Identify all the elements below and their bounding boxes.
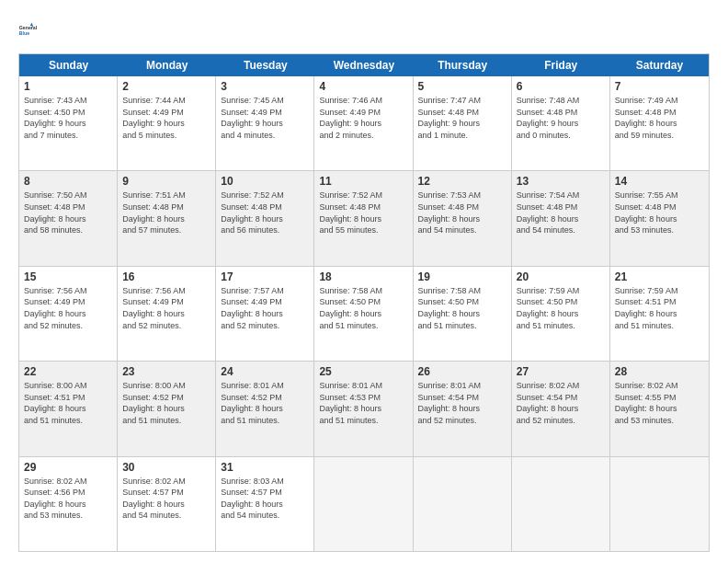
day-cell: 3Sunrise: 7:45 AM Sunset: 4:49 PM Daylig… bbox=[216, 76, 314, 170]
day-number: 20 bbox=[517, 270, 605, 283]
day-cell: 16Sunrise: 7:56 AM Sunset: 4:49 PM Dayli… bbox=[118, 267, 216, 361]
day-cell: 23Sunrise: 8:00 AM Sunset: 4:52 PM Dayli… bbox=[118, 362, 216, 455]
day-cell: 12Sunrise: 7:53 AM Sunset: 4:48 PM Dayli… bbox=[414, 171, 512, 265]
day-cell: 8Sunrise: 7:50 AM Sunset: 4:48 PM Daylig… bbox=[19, 171, 118, 265]
calendar-week-row: 8Sunrise: 7:50 AM Sunset: 4:48 PM Daylig… bbox=[19, 171, 709, 266]
day-number: 30 bbox=[122, 461, 210, 474]
calendar: SundayMondayTuesdayWednesdayThursdayFrid… bbox=[18, 53, 710, 552]
day-cell: 26Sunrise: 8:01 AM Sunset: 4:54 PM Dayli… bbox=[414, 362, 512, 455]
day-info: Sunrise: 7:59 AM Sunset: 4:51 PM Dayligh… bbox=[615, 285, 704, 331]
day-number: 1 bbox=[24, 80, 112, 93]
day-number: 3 bbox=[221, 80, 309, 93]
svg-marker-2 bbox=[30, 23, 33, 26]
weekday-header: Monday bbox=[118, 54, 216, 76]
day-cell: 25Sunrise: 8:01 AM Sunset: 4:53 PM Dayli… bbox=[314, 362, 413, 455]
day-number: 6 bbox=[517, 80, 605, 93]
empty-cell bbox=[512, 457, 610, 551]
day-cell: 1Sunrise: 7:43 AM Sunset: 4:50 PM Daylig… bbox=[19, 76, 118, 170]
weekday-header: Thursday bbox=[414, 54, 512, 76]
calendar-body: 1Sunrise: 7:43 AM Sunset: 4:50 PM Daylig… bbox=[19, 76, 709, 551]
day-number: 9 bbox=[122, 175, 210, 188]
svg-text:Blue: Blue bbox=[19, 30, 29, 36]
day-info: Sunrise: 8:02 AM Sunset: 4:56 PM Dayligh… bbox=[24, 476, 112, 522]
day-info: Sunrise: 7:48 AM Sunset: 4:48 PM Dayligh… bbox=[517, 95, 605, 141]
day-cell: 17Sunrise: 7:57 AM Sunset: 4:49 PM Dayli… bbox=[216, 267, 314, 361]
logo-icon: General Blue bbox=[18, 15, 48, 44]
weekday-header: Sunday bbox=[19, 54, 118, 76]
day-cell: 5Sunrise: 7:47 AM Sunset: 4:48 PM Daylig… bbox=[414, 76, 512, 170]
day-info: Sunrise: 7:52 AM Sunset: 4:48 PM Dayligh… bbox=[221, 190, 309, 236]
calendar-week-row: 22Sunrise: 8:00 AM Sunset: 4:51 PM Dayli… bbox=[19, 362, 709, 456]
day-info: Sunrise: 8:00 AM Sunset: 4:51 PM Dayligh… bbox=[24, 380, 112, 426]
day-info: Sunrise: 7:46 AM Sunset: 4:49 PM Dayligh… bbox=[319, 95, 407, 141]
header: General Blue bbox=[18, 15, 710, 44]
day-number: 14 bbox=[615, 175, 704, 188]
day-number: 25 bbox=[319, 365, 407, 378]
day-info: Sunrise: 7:53 AM Sunset: 4:48 PM Dayligh… bbox=[418, 190, 506, 236]
day-info: Sunrise: 7:47 AM Sunset: 4:48 PM Dayligh… bbox=[418, 95, 506, 141]
day-info: Sunrise: 8:01 AM Sunset: 4:53 PM Dayligh… bbox=[319, 380, 407, 426]
page: General Blue SundayMondayTuesdayWednesda… bbox=[0, 0, 728, 563]
day-info: Sunrise: 8:01 AM Sunset: 4:54 PM Dayligh… bbox=[418, 380, 506, 426]
day-cell: 6Sunrise: 7:48 AM Sunset: 4:48 PM Daylig… bbox=[512, 76, 610, 170]
day-info: Sunrise: 7:45 AM Sunset: 4:49 PM Dayligh… bbox=[221, 95, 309, 141]
day-number: 22 bbox=[24, 365, 112, 378]
day-info: Sunrise: 8:03 AM Sunset: 4:57 PM Dayligh… bbox=[221, 476, 309, 522]
day-number: 24 bbox=[221, 365, 309, 378]
calendar-header: SundayMondayTuesdayWednesdayThursdayFrid… bbox=[19, 54, 709, 76]
day-cell: 15Sunrise: 7:56 AM Sunset: 4:49 PM Dayli… bbox=[19, 267, 118, 361]
logo: General Blue bbox=[18, 15, 48, 44]
day-number: 19 bbox=[418, 270, 506, 283]
day-number: 7 bbox=[615, 80, 704, 93]
empty-cell bbox=[610, 457, 709, 551]
day-number: 11 bbox=[319, 175, 407, 188]
day-info: Sunrise: 7:44 AM Sunset: 4:49 PM Dayligh… bbox=[122, 95, 210, 141]
day-number: 23 bbox=[122, 365, 210, 378]
day-cell: 13Sunrise: 7:54 AM Sunset: 4:48 PM Dayli… bbox=[512, 171, 610, 265]
day-info: Sunrise: 7:49 AM Sunset: 4:48 PM Dayligh… bbox=[615, 95, 704, 141]
day-number: 5 bbox=[418, 80, 506, 93]
calendar-week-row: 15Sunrise: 7:56 AM Sunset: 4:49 PM Dayli… bbox=[19, 267, 709, 362]
day-number: 10 bbox=[221, 175, 309, 188]
day-cell: 11Sunrise: 7:52 AM Sunset: 4:48 PM Dayli… bbox=[314, 171, 413, 265]
day-cell: 28Sunrise: 8:02 AM Sunset: 4:55 PM Dayli… bbox=[610, 362, 709, 455]
svg-text:General: General bbox=[19, 25, 38, 30]
day-info: Sunrise: 7:54 AM Sunset: 4:48 PM Dayligh… bbox=[517, 190, 605, 236]
day-number: 12 bbox=[418, 175, 506, 188]
empty-cell bbox=[414, 457, 512, 551]
day-info: Sunrise: 7:52 AM Sunset: 4:48 PM Dayligh… bbox=[319, 190, 407, 236]
day-cell: 29Sunrise: 8:02 AM Sunset: 4:56 PM Dayli… bbox=[19, 457, 118, 551]
day-cell: 4Sunrise: 7:46 AM Sunset: 4:49 PM Daylig… bbox=[314, 76, 413, 170]
day-info: Sunrise: 7:55 AM Sunset: 4:48 PM Dayligh… bbox=[615, 190, 704, 236]
day-number: 27 bbox=[517, 365, 605, 378]
day-cell: 21Sunrise: 7:59 AM Sunset: 4:51 PM Dayli… bbox=[610, 267, 709, 361]
weekday-header: Friday bbox=[512, 54, 610, 76]
day-cell: 7Sunrise: 7:49 AM Sunset: 4:48 PM Daylig… bbox=[610, 76, 709, 170]
weekday-header: Wednesday bbox=[314, 54, 413, 76]
weekday-header: Saturday bbox=[610, 54, 709, 76]
day-number: 18 bbox=[319, 270, 407, 283]
day-cell: 27Sunrise: 8:02 AM Sunset: 4:54 PM Dayli… bbox=[512, 362, 610, 455]
day-cell: 22Sunrise: 8:00 AM Sunset: 4:51 PM Dayli… bbox=[19, 362, 118, 455]
day-info: Sunrise: 8:01 AM Sunset: 4:52 PM Dayligh… bbox=[221, 380, 309, 426]
day-number: 13 bbox=[517, 175, 605, 188]
day-cell: 9Sunrise: 7:51 AM Sunset: 4:48 PM Daylig… bbox=[118, 171, 216, 265]
weekday-header: Tuesday bbox=[216, 54, 314, 76]
day-number: 15 bbox=[24, 270, 112, 283]
day-info: Sunrise: 7:58 AM Sunset: 4:50 PM Dayligh… bbox=[418, 285, 506, 331]
day-info: Sunrise: 8:02 AM Sunset: 4:57 PM Dayligh… bbox=[122, 476, 210, 522]
day-info: Sunrise: 8:00 AM Sunset: 4:52 PM Dayligh… bbox=[122, 380, 210, 426]
calendar-week-row: 1Sunrise: 7:43 AM Sunset: 4:50 PM Daylig… bbox=[19, 76, 709, 171]
day-cell: 10Sunrise: 7:52 AM Sunset: 4:48 PM Dayli… bbox=[216, 171, 314, 265]
day-number: 16 bbox=[122, 270, 210, 283]
day-number: 21 bbox=[615, 270, 704, 283]
day-cell: 31Sunrise: 8:03 AM Sunset: 4:57 PM Dayli… bbox=[216, 457, 314, 551]
day-cell: 18Sunrise: 7:58 AM Sunset: 4:50 PM Dayli… bbox=[314, 267, 413, 361]
day-info: Sunrise: 8:02 AM Sunset: 4:54 PM Dayligh… bbox=[517, 380, 605, 426]
day-info: Sunrise: 7:51 AM Sunset: 4:48 PM Dayligh… bbox=[122, 190, 210, 236]
day-number: 26 bbox=[418, 365, 506, 378]
day-info: Sunrise: 7:56 AM Sunset: 4:49 PM Dayligh… bbox=[122, 285, 210, 331]
day-number: 17 bbox=[221, 270, 309, 283]
day-cell: 14Sunrise: 7:55 AM Sunset: 4:48 PM Dayli… bbox=[610, 171, 709, 265]
day-number: 8 bbox=[24, 175, 112, 188]
